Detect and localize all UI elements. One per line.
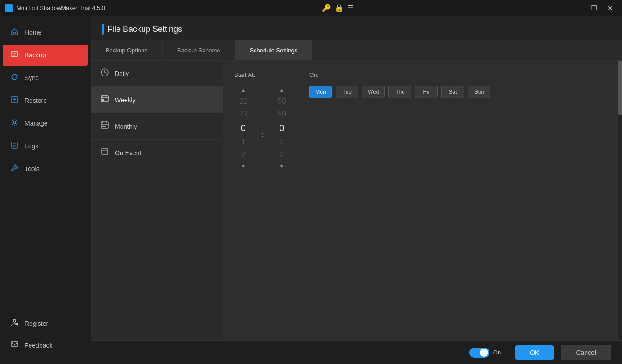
manage-icon: [10, 118, 19, 128]
weekly-label: Weekly: [115, 96, 136, 104]
sidebar-item-home[interactable]: Home: [3, 22, 88, 43]
day-mon-button[interactable]: Mon: [309, 86, 332, 98]
svg-rect-7: [11, 342, 18, 346]
restore-button[interactable]: ❐: [586, 2, 601, 15]
toggle-label: On: [493, 349, 501, 356]
minute-column: ▲ 58 59 0 1 2 ▼: [273, 86, 291, 171]
sidebar-item-home-label: Home: [25, 29, 41, 36]
schedule-item-weekly[interactable]: Weekly: [91, 87, 223, 113]
sidebar-item-sync-label: Sync: [25, 74, 39, 81]
svg-point-4: [13, 121, 16, 124]
time-colon: :: [260, 130, 265, 140]
sidebar-item-logs-label: Logs: [25, 142, 38, 150]
enable-toggle[interactable]: [469, 348, 489, 358]
minimize-button[interactable]: —: [570, 2, 585, 15]
schedule-item-daily[interactable]: Daily: [91, 61, 223, 87]
hour-column: ▲ 22 23 0 1 2 ▼: [234, 86, 252, 171]
hour-next: 1: [234, 136, 252, 148]
schedule-item-on-event[interactable]: On Event: [91, 140, 223, 166]
bottom-bar: On OK Cancel: [91, 340, 622, 364]
tab-schedule-settings[interactable]: Schedule Settings: [235, 40, 312, 60]
content-area: File Backup Settings Backup Options Back…: [91, 16, 622, 364]
sidebar-item-sync[interactable]: Sync: [3, 67, 88, 88]
day-thu-button[interactable]: Thu: [388, 86, 411, 98]
register-icon: [10, 318, 19, 329]
sidebar-item-feedback-label: Feedback: [25, 342, 52, 349]
start-at-section: Start At: ▲ 22 23 0 1 2 ▼: [234, 71, 291, 171]
sidebar-item-register-label: Register: [25, 320, 48, 327]
menu-icon[interactable]: ☰: [347, 4, 354, 12]
hour-prev: 23: [234, 108, 252, 120]
toggle-area: On: [469, 348, 501, 358]
logs-icon: [10, 141, 19, 151]
sidebar-item-feedback[interactable]: Feedback: [3, 335, 88, 356]
monthly-label: Monthly: [115, 123, 137, 130]
titlebar-controls: — ❐ ✕: [570, 2, 617, 15]
close-button[interactable]: ✕: [603, 2, 617, 15]
minute-down-button[interactable]: ▼: [275, 162, 288, 171]
minute-prev2: 58: [273, 96, 291, 107]
toggle-knob: [480, 349, 488, 357]
minute-prev: 59: [273, 108, 291, 120]
panel-scrollbar[interactable]: [618, 61, 622, 340]
day-tue-button[interactable]: Tue: [336, 86, 358, 98]
day-sat-button[interactable]: Sat: [441, 86, 464, 98]
title-accent: [102, 24, 104, 35]
minute-current: 0: [273, 121, 291, 135]
backup-icon: [10, 50, 19, 60]
app-title: MiniTool ShadowMaker Trial 4.5.0: [16, 5, 105, 11]
sidebar-item-manage-label: Manage: [25, 120, 48, 127]
svg-rect-10: [102, 99, 104, 101]
weekly-icon: [100, 94, 109, 106]
sync-icon: [10, 73, 19, 83]
sidebar-item-tools[interactable]: Tools: [3, 158, 88, 179]
sidebar-item-restore-label: Restore: [25, 97, 47, 104]
on-label: On:: [309, 71, 611, 78]
svg-rect-12: [102, 126, 104, 127]
day-sun-button[interactable]: Sun: [468, 86, 490, 98]
titlebar: M MiniTool ShadowMaker Trial 4.5.0 🔑 🔒 ☰…: [0, 0, 622, 16]
page-header: File Backup Settings: [91, 16, 622, 40]
sidebar-item-backup[interactable]: Backup: [3, 45, 88, 66]
tab-backup-options[interactable]: Backup Options: [91, 40, 163, 60]
sidebar-item-manage[interactable]: Manage: [3, 113, 88, 134]
schedule-item-monthly[interactable]: Monthly: [91, 113, 223, 140]
sidebar-item-logs[interactable]: Logs: [3, 136, 88, 157]
start-at-label: Start At:: [234, 71, 291, 78]
ok-button[interactable]: OK: [515, 345, 554, 360]
app-logo: M: [5, 4, 13, 12]
svg-rect-14: [102, 149, 108, 154]
key-icon[interactable]: 🔑: [322, 4, 331, 12]
svg-rect-11: [101, 122, 108, 128]
sidebar-item-backup-label: Backup: [25, 51, 46, 59]
lock-icon[interactable]: 🔒: [335, 4, 344, 12]
settings-panel: Daily Weekly: [91, 61, 622, 340]
cancel-button[interactable]: Cancel: [561, 345, 611, 360]
day-fri-button[interactable]: Fri: [415, 86, 438, 98]
tools-icon: [10, 164, 19, 174]
on-event-icon: [100, 147, 109, 158]
day-wed-button[interactable]: Wed: [362, 86, 385, 98]
hour-down-button[interactable]: ▼: [237, 162, 250, 171]
scrollbar-thumb: [618, 61, 622, 115]
sidebar-item-restore[interactable]: Restore: [3, 90, 88, 111]
hour-prev2: 22: [234, 96, 252, 107]
minute-up-button[interactable]: ▲: [275, 86, 288, 95]
sidebar-item-register[interactable]: Register: [3, 313, 88, 334]
day-section: On: Mon Tue Wed Th: [309, 71, 611, 98]
page-title: File Backup Settings: [107, 25, 182, 34]
sidebar: Home Backup Sync: [0, 16, 91, 364]
schedule-detail: Start At: ▲ 22 23 0 1 2 ▼: [223, 61, 622, 340]
hour-up-button[interactable]: ▲: [237, 86, 250, 95]
hour-next2: 2: [234, 149, 252, 161]
titlebar-icons: 🔑 🔒 ☰: [322, 4, 354, 12]
time-section: Start At: ▲ 22 23 0 1 2 ▼: [234, 71, 611, 171]
minute-next: 1: [273, 136, 291, 148]
minute-next2: 2: [273, 149, 291, 161]
main-layout: Home Backup Sync: [0, 16, 622, 364]
tab-backup-scheme[interactable]: Backup Scheme: [163, 40, 235, 60]
sidebar-item-tools-label: Tools: [25, 165, 40, 172]
svg-text:M: M: [7, 7, 10, 10]
time-scroll: ▲ 22 23 0 1 2 ▼ : ▲: [234, 86, 291, 171]
svg-rect-2: [11, 52, 18, 56]
